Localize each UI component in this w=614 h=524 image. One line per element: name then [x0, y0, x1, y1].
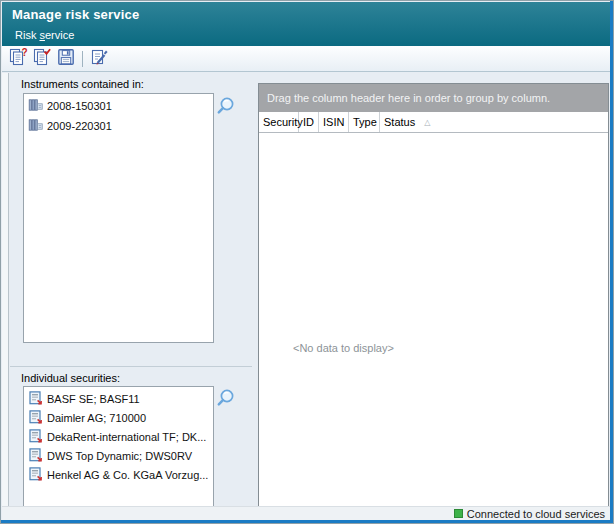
list-item-label: 2008-150301	[47, 100, 112, 112]
window-right-border	[610, 1, 613, 523]
list-item-label: DekaRent-international TF; DK...	[47, 431, 206, 443]
validate-documents-button[interactable]	[30, 48, 54, 70]
section-divider	[10, 366, 252, 367]
search-icon	[214, 95, 236, 121]
connection-status-icon	[454, 509, 463, 518]
group-by-bar[interactable]: Drag the column header here in order to …	[259, 84, 608, 112]
column-header-security[interactable]: Security	[259, 112, 299, 132]
instrument-icon	[28, 98, 43, 114]
column-header-type[interactable]: Type	[349, 112, 380, 132]
securities-listbox[interactable]: BASF SE; BASF11 Daimler AG; 710000	[23, 386, 214, 507]
instruments-listbox[interactable]: 2008-150301 2009-220301	[23, 93, 214, 343]
instrument-icon	[28, 118, 43, 134]
list-item[interactable]: DWS Top Dynamic; DWS0RV	[25, 446, 212, 465]
connection-status-text: Connected to cloud services	[467, 508, 605, 520]
instruments-label: Instruments contained in:	[21, 78, 144, 90]
securities-label: Individual securities:	[21, 372, 120, 384]
list-item[interactable]: 2009-220301	[25, 116, 212, 136]
list-item-label: 2009-220301	[47, 120, 112, 132]
svg-text:?: ?	[21, 47, 27, 58]
window-bottom-border	[1, 520, 613, 523]
documents-check-icon	[32, 47, 53, 71]
list-item[interactable]: Daimler AG; 710000	[25, 408, 212, 427]
instruments-search-button[interactable]	[213, 96, 237, 120]
menu-bar: Risk service	[12, 29, 77, 45]
left-frame	[2, 73, 9, 506]
main-content: Instruments contained in: 2008-150301	[2, 73, 610, 506]
list-item[interactable]: DekaRent-international TF; DK...	[25, 427, 212, 446]
toolbar: ?	[2, 46, 610, 72]
edit-button[interactable]	[87, 48, 111, 70]
security-icon	[28, 410, 43, 426]
security-icon	[28, 429, 43, 445]
security-icon	[28, 448, 43, 464]
security-icon	[28, 391, 43, 407]
page-title: Manage risk service	[12, 7, 139, 22]
no-data-message: <No data to display>	[293, 342, 394, 354]
grid-header-row: Security ID ISIN Type Status △	[259, 112, 608, 133]
toolbar-separator	[82, 51, 83, 67]
list-item[interactable]: 2008-150301	[25, 96, 212, 116]
check-documents-button[interactable]: ?	[6, 48, 30, 70]
status-bar: Connected to cloud services	[2, 506, 610, 520]
list-item-label: BASF SE; BASF11	[47, 393, 140, 405]
list-item[interactable]: Henkel AG & Co. KGaA Vorzug...	[25, 465, 212, 484]
menu-risk-service[interactable]: Risk service	[12, 28, 77, 42]
column-header-status[interactable]: Status △	[380, 112, 434, 132]
edit-pencil-icon	[89, 47, 109, 71]
security-icon	[28, 467, 43, 483]
list-item-label: Henkel AG & Co. KGaA Vorzug...	[47, 469, 208, 481]
list-item[interactable]: BASF SE; BASF11	[25, 389, 212, 408]
documents-question-icon: ?	[8, 47, 29, 71]
column-header-id[interactable]: ID	[299, 112, 319, 132]
title-bar: Manage risk service Risk service	[2, 2, 610, 46]
search-icon	[214, 387, 236, 413]
save-button[interactable]	[54, 48, 78, 70]
list-item-label: Daimler AG; 710000	[47, 412, 146, 424]
manage-risk-service-window: Manage risk service Risk service ?	[0, 0, 614, 524]
save-floppy-icon	[56, 47, 76, 71]
list-item-label: DWS Top Dynamic; DWS0RV	[47, 450, 192, 462]
securities-grid: Drag the column header here in order to …	[258, 83, 609, 508]
sort-ascending-icon: △	[424, 118, 430, 127]
securities-search-button[interactable]	[213, 388, 237, 412]
column-header-isin[interactable]: ISIN	[319, 112, 349, 132]
